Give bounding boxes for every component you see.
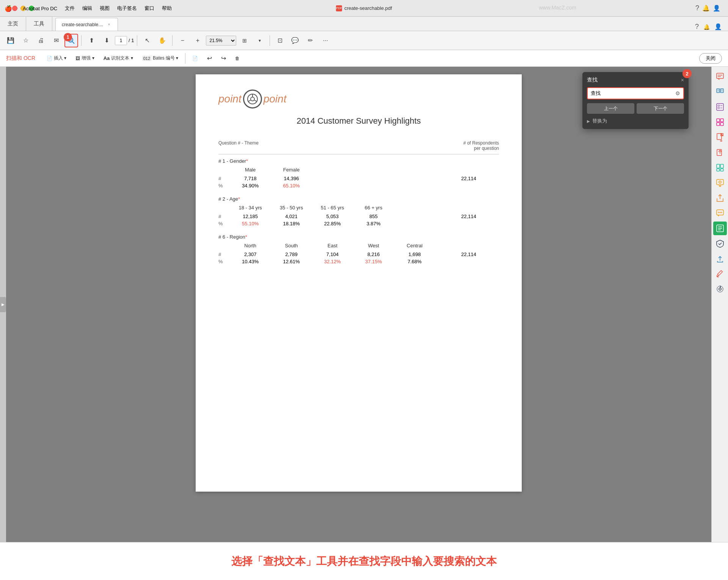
title-bar: 🍎 Acrobat Pro DC 文件 编辑 视图 电子签名 窗口 帮助 PDF… — [0, 0, 728, 17]
age-header-66: 66 + yrs — [353, 205, 394, 211]
zoom-level-select[interactable]: 21.5% 50% 75% 100% — [206, 36, 236, 46]
ocr-close-button[interactable]: 关闭 — [699, 53, 722, 64]
gender-header-female: Female — [271, 167, 312, 173]
find-replace-row[interactable]: ▶ 替换为 — [587, 118, 684, 124]
table-header-left: Question # - Theme — [218, 140, 259, 151]
help-tab-icon[interactable]: ? — [695, 23, 699, 31]
panel-collapse-arrow[interactable]: ▶ — [0, 297, 6, 312]
find-next-button[interactable]: 下一个 — [637, 103, 684, 114]
menu-esign[interactable]: 电子签名 — [113, 0, 141, 17]
apple-logo[interactable]: 🍎 — [5, 5, 12, 12]
bates-button[interactable]: 012 Bates 编号 ▾ — [138, 53, 182, 64]
menu-help[interactable]: 帮助 — [158, 0, 176, 17]
recognize-text-button[interactable]: Aa 识别文本 ▾ — [100, 53, 137, 64]
doc-convert-button[interactable]: 📄 — [188, 53, 202, 64]
svg-point-56 — [717, 286, 723, 292]
delete-button[interactable]: 🗑 — [231, 53, 243, 64]
find-text-input[interactable] — [591, 91, 675, 96]
menu-window[interactable]: 窗口 — [141, 0, 158, 17]
marquee-zoom-button[interactable]: ▾ — [253, 34, 267, 47]
menu-file[interactable]: 文件 — [61, 0, 78, 17]
svg-line-28 — [721, 134, 723, 136]
sidebar-comment-icon[interactable] — [713, 70, 727, 83]
enhance-button[interactable]: 🖼 增强 ▾ — [72, 53, 98, 64]
redo-button[interactable]: ↪ — [217, 53, 230, 64]
region-central-pct: 7.68% — [394, 259, 435, 264]
tab-tools[interactable]: 工具 — [26, 17, 52, 31]
sidebar-active-tool-icon[interactable] — [713, 222, 727, 235]
delete-icon: 🗑 — [235, 56, 240, 61]
menu-acrobat[interactable]: Acrobat Pro DC — [19, 0, 61, 17]
notification-icon[interactable]: 🔔 — [702, 5, 710, 12]
sidebar-pen-icon[interactable] — [713, 267, 727, 281]
page-navigation: / 1 — [115, 36, 134, 45]
sidebar-pages-icon[interactable] — [713, 161, 727, 174]
hand-tool-button[interactable]: ✋ — [155, 34, 169, 47]
comment-button[interactable]: 💬 — [288, 34, 302, 47]
svg-rect-51 — [717, 270, 722, 275]
cursor-tool-button[interactable]: ↖ — [140, 34, 154, 47]
sidebar-export-pdf-icon[interactable] — [713, 130, 727, 144]
sidebar-share-icon[interactable] — [713, 191, 727, 205]
region-central-count: 1,698 — [394, 251, 435, 257]
tab-document[interactable]: create-searchable.... × — [55, 18, 118, 31]
find-options-gear[interactable]: ⚙ — [675, 90, 680, 96]
sidebar-settings-icon[interactable] — [713, 282, 727, 296]
age-headers: 18 - 34 yrs 35 - 50 yrs 51 - 65 yrs 66 +… — [218, 205, 499, 211]
prev-page-button[interactable]: ⬆ — [85, 34, 98, 47]
sidebar-shield-icon[interactable] — [713, 237, 727, 250]
user-tab-icon[interactable]: 👤 — [714, 23, 722, 30]
sidebar-upload-icon[interactable] — [713, 252, 727, 266]
sidebar-chat-icon[interactable] — [713, 206, 727, 220]
age-66-count: 855 — [353, 214, 394, 219]
zoom-out-button[interactable]: − — [176, 34, 189, 47]
email-button[interactable]: ✉ — [49, 34, 63, 47]
survey-section-age: # 2 - Age* 18 - 34 yrs 35 - 50 yrs 51 - … — [218, 196, 499, 226]
svg-rect-19 — [718, 105, 720, 106]
sidebar-form-icon[interactable] — [713, 100, 727, 114]
save-button[interactable]: 💾 — [4, 34, 17, 47]
age-35-count: 4,021 — [271, 214, 312, 219]
menu-view[interactable]: 视图 — [96, 0, 113, 17]
tab-close-button[interactable]: × — [106, 22, 111, 27]
sidebar-import-pdf-icon[interactable] — [713, 146, 727, 159]
draw-button[interactable]: ✏ — [303, 34, 317, 47]
sidebar-review-icon[interactable] — [713, 176, 727, 190]
insert-button[interactable]: 📄 插入 ▾ — [43, 53, 70, 64]
menu-bar: Acrobat Pro DC 文件 编辑 视图 电子签名 窗口 帮助 — [19, 0, 176, 17]
gender-male-pct: 34.90% — [230, 183, 271, 189]
print-button[interactable]: 🖨 — [34, 34, 48, 47]
svg-rect-25 — [717, 123, 720, 126]
zoom-in-button[interactable]: + — [191, 34, 204, 47]
apple-menu[interactable]: 🍎 — [5, 0, 12, 17]
find-prev-button[interactable]: 上一个 — [587, 103, 634, 114]
age-hash-label: # — [218, 214, 230, 219]
fit-page-button[interactable]: ⊞ — [238, 34, 251, 47]
bell-tab-icon[interactable]: 🔔 — [703, 24, 710, 30]
capture-button[interactable]: ⊡ — [273, 34, 287, 47]
tab-home[interactable]: 主页 — [0, 17, 26, 31]
sidebar-grid-icon[interactable] — [713, 115, 727, 129]
undo-button[interactable]: ↩ — [203, 53, 216, 64]
bottom-instruction-bar: 选择「查找文本」工具并在查找字段中输入要搜索的文本 — [0, 542, 728, 580]
bookmark-button[interactable]: ☆ — [19, 34, 33, 47]
instruction-text: 选择「查找文本」工具并在查找字段中输入要搜索的文本 — [231, 554, 497, 569]
sidebar-translate-icon[interactable] — [713, 85, 727, 99]
next-page-button[interactable]: ⬇ — [100, 34, 113, 47]
find-nav-buttons: 上一个 下一个 — [587, 103, 684, 114]
gender-male-count: 7,718 — [230, 176, 271, 181]
page-number-input[interactable] — [115, 36, 127, 45]
find-panel-close-button[interactable]: × — [681, 77, 684, 83]
logo-text-left: point — [218, 93, 242, 105]
logo-text-right: point — [264, 93, 287, 105]
age-18-count: 12,185 — [230, 214, 271, 219]
more-tools-button[interactable]: ··· — [318, 34, 332, 47]
steering-wheel-icon — [247, 93, 258, 105]
profile-icon[interactable]: 👤 — [713, 5, 720, 12]
menu-edit[interactable]: 编辑 — [78, 0, 96, 17]
search-button[interactable]: 1 — [64, 34, 78, 47]
help-icon[interactable]: ? — [695, 4, 699, 12]
watermark: www.MacZ.com — [539, 5, 576, 11]
region-north-pct: 10.43% — [230, 259, 271, 264]
close-window-button[interactable] — [12, 6, 17, 11]
